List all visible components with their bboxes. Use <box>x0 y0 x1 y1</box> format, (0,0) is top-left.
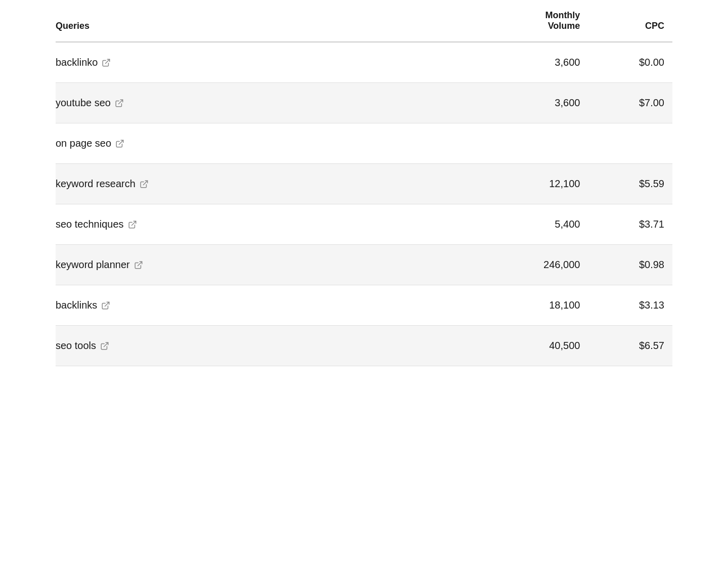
table-row: backlinko 3,600$0.00 <box>56 42 672 83</box>
svg-line-0 <box>106 59 110 63</box>
table-row: seo techniques 5,400$3.71 <box>56 204 672 245</box>
query-text: on page seo <box>56 138 111 149</box>
svg-line-7 <box>104 342 108 346</box>
external-link-icon <box>101 301 110 310</box>
query-text: seo tools <box>56 340 96 352</box>
external-link-icon <box>115 139 124 148</box>
query-cell: youtube seo <box>56 83 518 123</box>
external-link-icon <box>128 220 137 229</box>
query-link[interactable]: keyword research <box>56 178 149 190</box>
query-cell: keyword research <box>56 164 518 204</box>
cpc-cell: $5.59 <box>592 164 672 204</box>
table-row: backlinks 18,100$3.13 <box>56 285 672 326</box>
query-text: seo techniques <box>56 219 124 230</box>
volume-cell: 12,100 <box>518 164 592 204</box>
volume-cell: 3,600 <box>518 83 592 123</box>
cpc-cell: $6.57 <box>592 326 672 366</box>
table-row: seo tools 40,500$6.57 <box>56 326 672 366</box>
external-link-icon <box>115 99 124 108</box>
svg-line-4 <box>131 221 135 225</box>
query-link[interactable]: youtube seo <box>56 97 124 109</box>
table-header-row: Queries Monthly Volume CPC <box>56 0 672 42</box>
query-cell: seo techniques <box>56 204 518 245</box>
cpc-cell: $7.00 <box>592 83 672 123</box>
volume-cell: 40,500 <box>518 326 592 366</box>
query-text: keyword research <box>56 178 135 190</box>
volume-cell: 246,000 <box>518 245 592 285</box>
query-text: youtube seo <box>56 97 111 109</box>
column-header-query: Queries <box>56 0 518 42</box>
external-link-icon <box>140 180 149 189</box>
table-row: youtube seo 3,600$7.00 <box>56 83 672 123</box>
svg-line-2 <box>119 140 123 144</box>
query-cell: backlinks <box>56 285 518 326</box>
table-container: Queries Monthly Volume CPC backlinko 3,6… <box>0 0 728 564</box>
query-text: keyword planner <box>56 259 130 271</box>
query-cell: keyword planner <box>56 245 518 285</box>
svg-line-5 <box>138 262 142 266</box>
cpc-cell: $0.00 <box>592 42 672 83</box>
column-header-volume: Monthly Volume <box>518 0 592 42</box>
query-cell: seo tools <box>56 326 518 366</box>
cpc-cell: $3.71 <box>592 204 672 245</box>
svg-line-3 <box>143 181 147 185</box>
table-row: on page seo <box>56 123 672 164</box>
table-row: keyword research 12,100$5.59 <box>56 164 672 204</box>
external-link-icon <box>134 261 143 270</box>
query-text: backlinks <box>56 299 97 311</box>
cpc-cell <box>592 123 672 164</box>
volume-cell: 3,600 <box>518 42 592 83</box>
query-link[interactable]: seo techniques <box>56 219 137 230</box>
cpc-cell: $3.13 <box>592 285 672 326</box>
external-link-icon <box>100 341 109 351</box>
query-cell: backlinko <box>56 42 518 83</box>
query-link[interactable]: seo tools <box>56 340 109 352</box>
external-link-icon <box>102 58 111 67</box>
volume-cell: 5,400 <box>518 204 592 245</box>
query-text: backlinko <box>56 57 98 68</box>
query-link[interactable]: backlinko <box>56 57 111 68</box>
query-link[interactable]: backlinks <box>56 299 110 311</box>
query-cell: on page seo <box>56 123 518 164</box>
volume-cell <box>518 123 592 164</box>
cpc-cell: $0.98 <box>592 245 672 285</box>
queries-table: Queries Monthly Volume CPC backlinko 3,6… <box>56 0 672 366</box>
column-header-cpc: CPC <box>592 0 672 42</box>
svg-line-1 <box>118 100 122 104</box>
volume-cell: 18,100 <box>518 285 592 326</box>
svg-line-6 <box>105 302 109 306</box>
query-link[interactable]: keyword planner <box>56 259 143 271</box>
query-link[interactable]: on page seo <box>56 138 124 149</box>
table-row: keyword planner 246,000$0.98 <box>56 245 672 285</box>
